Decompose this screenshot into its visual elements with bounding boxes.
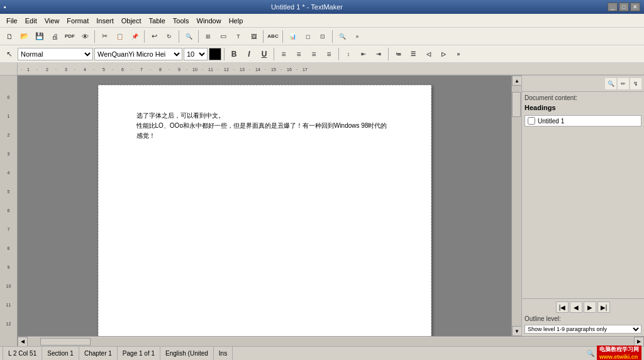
h-scroll-track[interactable]	[28, 337, 634, 346]
italic-button[interactable]: I	[242, 47, 256, 61]
redo-button[interactable]: ↻	[162, 30, 176, 43]
zoom-icon: 🔍	[587, 350, 594, 357]
preview-button[interactable]: 👁	[78, 30, 92, 43]
svg-text:4: 4	[84, 67, 86, 72]
cursor-tool[interactable]: ↖	[3, 47, 16, 61]
maximize-button[interactable]: □	[619, 3, 629, 11]
align-right-button[interactable]: ≡	[307, 47, 321, 61]
menu-edit[interactable]: Edit	[21, 16, 41, 26]
h-scroll-thumb[interactable]	[40, 338, 91, 346]
window-controls: _ □ ✕	[608, 3, 640, 11]
obj1-button[interactable]: ◻	[301, 30, 314, 43]
document-page[interactable]: 选了字体之后，可以看到中文。 性能比LO、OOo和永中都好一些，但是界面真的是丑…	[98, 85, 431, 336]
heading-checkbox[interactable]	[528, 117, 535, 125]
menu-insert[interactable]: Insert	[92, 16, 118, 26]
menu-format[interactable]: Format	[63, 16, 92, 26]
font-selector[interactable]: WenQuanYi Micro Hei	[94, 48, 182, 60]
scroll-right-button[interactable]: ▶	[634, 337, 644, 347]
increase-indent-button[interactable]: ▷	[436, 47, 450, 61]
scroll-track[interactable]	[512, 86, 521, 326]
svg-text:1: 1	[27, 67, 30, 72]
menu-object[interactable]: Object	[118, 16, 145, 26]
print-button[interactable]: 🖨	[48, 30, 62, 43]
undo-button[interactable]: ↩	[147, 30, 161, 43]
panel-btn-2[interactable]: ✏	[618, 78, 629, 89]
svg-text:3: 3	[65, 67, 67, 72]
insert-textframe-button[interactable]: T	[231, 30, 245, 43]
document-line-1[interactable]: 选了字体之后，可以看到中文。	[136, 111, 393, 121]
pdf-button[interactable]: PDF	[63, 30, 77, 43]
indent-right-button[interactable]: ⇥	[372, 47, 386, 61]
indent-left-button[interactable]: ⇤	[357, 47, 370, 61]
language-indicator: English (United	[160, 347, 214, 360]
document-wrapper: 选了字体之后，可以看到中文。 性能比LO、OOo和永中都好一些，但是界面真的是丑…	[18, 76, 644, 346]
bold-button[interactable]: B	[227, 47, 241, 61]
list-unordered-button[interactable]: ≔	[391, 47, 405, 61]
nav-first[interactable]: |◀	[556, 301, 569, 313]
insert-image-button[interactable]: 🖼	[247, 30, 260, 43]
svg-text:·: ·	[131, 67, 132, 72]
format-more[interactable]: »	[452, 47, 465, 61]
open-button[interactable]: 📂	[18, 30, 31, 43]
obj2-button[interactable]: ⊡	[316, 30, 330, 43]
decrease-indent-button[interactable]: ◁	[421, 47, 435, 61]
align-left-button[interactable]: ≡	[277, 47, 291, 61]
nav-last[interactable]: ▶|	[597, 301, 610, 313]
document-canvas[interactable]: 选了字体之后，可以看到中文。 性能比LO、OOo和永中都好一些，但是界面真的是丑…	[18, 76, 511, 336]
chart-button[interactable]: 📊	[286, 30, 299, 43]
new-button[interactable]: 🗋	[3, 30, 16, 43]
menu-help[interactable]: Help	[225, 16, 247, 26]
menu-table[interactable]: Table	[145, 16, 169, 26]
panel-btn-1[interactable]: 🔍	[605, 78, 616, 89]
zoom-button[interactable]: 🔍	[335, 30, 349, 43]
panel-btn-3[interactable]: ↯	[630, 78, 641, 89]
insert-table-button[interactable]: ⊞	[201, 30, 215, 43]
separator-7	[332, 30, 333, 43]
svg-text:·: ·	[280, 67, 282, 72]
style-selector[interactable]: Normal	[18, 48, 93, 60]
svg-text:5: 5	[103, 67, 105, 72]
find-button[interactable]: 🔍	[182, 30, 196, 43]
tb-extra[interactable]: »	[350, 30, 364, 43]
section-indicator: Section 1	[42, 347, 79, 360]
close-button[interactable]: ✕	[630, 3, 640, 11]
align-center-button[interactable]: ≡	[292, 47, 306, 61]
document-inner: 选了字体之后，可以看到中文。 性能比LO、OOo和永中都好一些，但是界面真的是丑…	[18, 76, 644, 336]
outline-level-select[interactable]: Show level 1-9 paragraphs only	[525, 325, 641, 334]
scroll-thumb[interactable]	[512, 92, 521, 117]
ruler-num-5: 5	[0, 189, 17, 208]
scroll-down-button[interactable]: ▼	[512, 326, 522, 336]
scroll-up-button[interactable]: ▲	[512, 76, 522, 86]
line-spacing-button[interactable]: ↕	[341, 47, 355, 61]
separator-f3	[338, 48, 339, 60]
menu-view[interactable]: View	[41, 16, 64, 26]
ruler-num-6: 6	[0, 208, 17, 227]
svg-text:·: ·	[93, 67, 94, 72]
list-ordered-button[interactable]: ☰	[406, 47, 420, 61]
copy-button[interactable]: 📋	[113, 30, 126, 43]
menu-window[interactable]: Window	[193, 16, 225, 26]
menu-file[interactable]: File	[3, 16, 21, 26]
align-justify-button[interactable]: ≡	[322, 47, 336, 61]
scroll-left-button[interactable]: ◀	[18, 337, 28, 347]
font-size-selector[interactable]: 10	[184, 48, 208, 60]
font-color-box[interactable]	[209, 48, 221, 60]
menu-tools[interactable]: Tools	[169, 16, 193, 26]
headings-label: Headings	[525, 104, 641, 111]
minimize-button[interactable]: _	[608, 3, 618, 11]
save-button[interactable]: 💾	[33, 30, 47, 43]
underline-button[interactable]: U	[257, 47, 271, 61]
cut-button[interactable]: ✂	[97, 30, 111, 43]
separator-6	[282, 30, 283, 43]
nav-next[interactable]: ▶	[584, 301, 596, 313]
svg-text:10: 10	[192, 67, 197, 72]
insert-frame-button[interactable]: ▭	[216, 30, 230, 43]
paste-button[interactable]: 📌	[128, 30, 142, 43]
spellcheck-button[interactable]: ABC	[266, 30, 280, 43]
horizontal-ruler: ·1· 2·3 ·4· 5·6 ·7· 8·9 ·10· 11·12 ·13· …	[0, 63, 644, 76]
ruler-num-0: 0	[0, 94, 17, 113]
document-line-2[interactable]: 性能比LO、OOo和永中都好一些，但是界面真的是丑爆了！有一种回到Windows…	[136, 121, 393, 141]
document-heading-item[interactable]: Untitled 1	[525, 115, 641, 127]
nav-prev[interactable]: ◀	[570, 301, 582, 313]
panel-title: Document content:	[525, 94, 641, 101]
